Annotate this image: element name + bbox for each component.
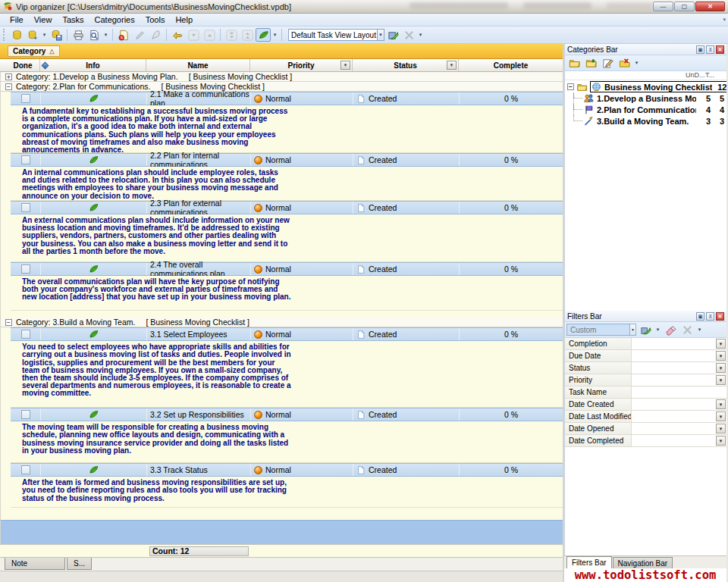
panel-restore-icon[interactable]: ▣: [696, 312, 704, 321]
panel-pin-icon[interactable]: ⊼: [706, 45, 714, 54]
delete-category-button[interactable]: [617, 56, 632, 70]
close-button[interactable]: ✕: [695, 2, 725, 11]
priority-filter-dropdown-icon[interactable]: ▼: [340, 61, 350, 70]
edit-task-button[interactable]: [132, 28, 147, 42]
column-header-done[interactable]: Done: [6, 59, 40, 71]
done-checkbox[interactable]: [21, 410, 30, 419]
menu-tasks[interactable]: Tasks: [57, 14, 89, 25]
new-database-button[interactable]: [9, 28, 24, 42]
task-row[interactable]: 2.1 Make a communications plan Normal Cr…: [11, 92, 563, 105]
filter-dropdown-icon[interactable]: ▼: [716, 399, 726, 409]
expander-icon[interactable]: −: [5, 319, 12, 326]
save-filter-button[interactable]: [638, 323, 653, 336]
done-checkbox[interactable]: [21, 94, 30, 103]
layout-combo-input[interactable]: Default Task View Layout: [288, 29, 378, 41]
category-tree-item-0[interactable]: −Business Moving Checklist1212: [565, 81, 726, 92]
expander-icon[interactable]: −: [567, 83, 574, 90]
move-down-button[interactable]: [186, 28, 201, 42]
filter-dropdown-icon[interactable]: ▼: [716, 339, 726, 349]
filter-value-field[interactable]: ▼: [632, 423, 726, 434]
filter-value-field[interactable]: [632, 386, 726, 398]
categories-toolbar-dropdown-icon[interactable]: ▾: [633, 60, 640, 66]
save-layout-button[interactable]: [385, 28, 400, 42]
column-header-info[interactable]: Info: [40, 59, 146, 71]
filter-value-field[interactable]: ▼: [632, 338, 726, 349]
panel-close-icon[interactable]: ✕: [716, 45, 724, 54]
filter-value-field[interactable]: ▼: [632, 435, 726, 446]
panel-pin-icon[interactable]: ⊼: [706, 312, 714, 321]
filter-dropdown-icon[interactable]: ▼: [716, 351, 726, 361]
expander-icon[interactable]: +: [5, 74, 12, 80]
menu-view[interactable]: View: [29, 14, 58, 25]
filter-dropdown-icon[interactable]: ▼: [716, 363, 726, 373]
clear-layout-button[interactable]: [401, 28, 416, 42]
layout-toolbar-dropdown-icon[interactable]: ▾: [417, 32, 424, 38]
filter-value-field[interactable]: ▼: [632, 399, 726, 410]
side-tab-filters-bar[interactable]: Filters Bar: [566, 556, 612, 568]
filters-toolbar-dropdown-icon[interactable]: ▾: [696, 327, 703, 333]
tab-s[interactable]: S...: [67, 558, 92, 570]
expander-icon[interactable]: −: [5, 83, 12, 90]
layout-combo-dropdown-icon[interactable]: ▼: [378, 29, 384, 41]
maximize-button[interactable]: ▢: [674, 2, 695, 11]
filter-preset-dropdown-icon[interactable]: ▼: [629, 324, 635, 335]
print-preview-button[interactable]: [86, 28, 102, 42]
save-database-button[interactable]: [49, 28, 64, 42]
tab-note[interactable]: Note: [5, 558, 65, 570]
menubar-overflow-icon[interactable]: ▾: [723, 17, 726, 23]
clear-filter-button[interactable]: [663, 323, 678, 336]
done-checkbox[interactable]: [21, 264, 30, 274]
column-header-priority[interactable]: Priority▼: [250, 59, 353, 71]
done-checkbox[interactable]: [21, 465, 30, 474]
complete-task-button[interactable]: [170, 28, 185, 42]
filter-dropdown-icon[interactable]: ▼: [716, 375, 726, 385]
menu-categories[interactable]: Categories: [89, 14, 140, 25]
category-tree-item-1[interactable]: 1.Develop a Business Moving Plan.55: [565, 92, 726, 104]
column-header-complete[interactable]: Complete: [459, 59, 563, 71]
menu-tools[interactable]: Tools: [140, 14, 171, 25]
print-button[interactable]: [71, 28, 86, 42]
move-to-bottom-button[interactable]: [224, 28, 239, 42]
group-by-category-chip[interactable]: Category △: [8, 45, 60, 57]
delete-task-button[interactable]: [148, 28, 163, 42]
move-up-button[interactable]: [202, 28, 217, 42]
filter-dropdown-icon[interactable]: ▼: [716, 411, 726, 421]
done-checkbox[interactable]: [21, 330, 30, 339]
task-row[interactable]: 3.3 Track Status Normal Created 0 %: [11, 463, 563, 477]
category-group-row-1[interactable]: + Category: 1.Develop a Business Moving …: [1, 72, 563, 82]
view-dropdown-icon[interactable]: ▾: [271, 32, 278, 38]
menu-help[interactable]: Help: [170, 14, 198, 25]
status-filter-dropdown-icon[interactable]: ▼: [447, 61, 457, 70]
category-tree-item-2[interactable]: 2.Plan for Communications.44: [565, 104, 726, 115]
category-group-row-3[interactable]: − Category: 3.Build a Moving Team. [ Bus…: [1, 318, 563, 327]
minimize-button[interactable]: —: [653, 2, 673, 11]
move-to-top-button[interactable]: [240, 28, 255, 42]
category-tree-item-3[interactable]: 3.Build a Moving Team.33: [565, 115, 726, 127]
save-filter-dropdown-icon[interactable]: ▾: [654, 327, 661, 333]
filter-preset-combo[interactable]: Custom ▼: [566, 324, 636, 336]
print-dropdown-icon[interactable]: ▾: [102, 32, 109, 38]
column-header-name[interactable]: Name: [146, 59, 250, 71]
menu-file[interactable]: File: [5, 14, 29, 25]
filter-dropdown-icon[interactable]: ▼: [716, 424, 726, 433]
panel-close-icon[interactable]: ✕: [716, 312, 724, 321]
side-tab-navigation-bar[interactable]: Navigation Bar: [613, 557, 673, 568]
filter-value-field[interactable]: ▼: [632, 362, 726, 374]
filter-value-field[interactable]: ▼: [632, 374, 726, 386]
done-checkbox[interactable]: [21, 155, 30, 164]
open-database-dropdown-icon[interactable]: ▾: [41, 32, 48, 38]
filter-dropdown-icon[interactable]: ▼: [716, 436, 726, 446]
task-row[interactable]: 3.2 Set up Responsibilities Normal Creat…: [11, 408, 563, 421]
panel-restore-icon[interactable]: ▣: [696, 45, 704, 54]
open-database-button[interactable]: [25, 28, 40, 42]
category-group-row-2[interactable]: − Category: 2.Plan for Communications. […: [1, 82, 563, 92]
new-category-button[interactable]: [566, 56, 582, 70]
task-row[interactable]: 2.4 The overall communications plan Norm…: [11, 262, 563, 276]
column-header-status[interactable]: Status▼: [353, 59, 459, 71]
filter-value-field[interactable]: ▼: [632, 411, 726, 422]
selected-empty-row[interactable]: [1, 520, 563, 544]
remove-filter-button[interactable]: [679, 323, 695, 336]
new-task-button[interactable]: [116, 28, 131, 42]
task-row[interactable]: 3.1 Select Employees Normal Created 0 %: [11, 327, 563, 341]
task-notes-view-button[interactable]: [256, 28, 271, 42]
